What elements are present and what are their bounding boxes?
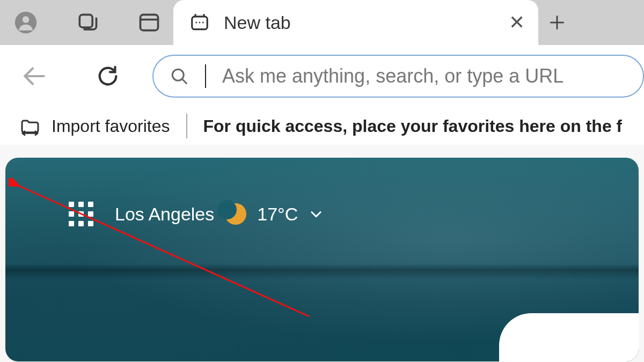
tab-actions-button[interactable] <box>133 0 165 45</box>
tab-active[interactable]: New tab ✕ <box>173 0 538 45</box>
profile-button[interactable] <box>10 0 42 45</box>
svg-rect-3 <box>141 14 158 30</box>
chevron-down-icon <box>309 206 324 221</box>
svg-point-6 <box>195 22 197 24</box>
toolbar <box>0 45 644 107</box>
plus-icon <box>548 13 566 32</box>
workspaces-button[interactable] <box>71 0 104 45</box>
tab-strip: New tab ✕ <box>0 0 644 45</box>
ntp-header: Los Angeles 17°C <box>69 202 324 226</box>
ntp-content: Los Angeles 17°C <box>5 158 639 361</box>
ntp-tab-icon <box>189 12 210 33</box>
svg-rect-2 <box>79 14 92 27</box>
tab-title: New tab <box>224 12 492 33</box>
text-cursor <box>205 64 206 88</box>
address-input[interactable] <box>222 65 627 87</box>
close-tab-button[interactable]: ✕ <box>506 11 528 34</box>
svg-point-7 <box>199 22 201 24</box>
search-icon <box>170 67 189 86</box>
user-icon <box>14 11 38 34</box>
app-launcher-button[interactable] <box>69 202 93 226</box>
weather-city: Los Angeles <box>115 204 214 225</box>
import-favorites-label: Import favorites <box>52 116 170 136</box>
svg-point-1 <box>23 16 29 23</box>
favorites-bar: Import favorites For quick access, place… <box>0 107 644 145</box>
refresh-button[interactable] <box>96 64 120 88</box>
weather-temperature: 17°C <box>257 204 298 225</box>
tab-panel-icon <box>137 11 161 34</box>
ntp-search-fragment <box>499 313 639 361</box>
arrow-left-icon <box>20 63 47 90</box>
svg-point-8 <box>202 22 204 24</box>
svg-line-15 <box>182 79 187 84</box>
weather-widget[interactable]: Los Angeles 17°C <box>115 203 324 225</box>
refresh-icon <box>96 64 120 88</box>
new-tab-button[interactable] <box>538 0 576 45</box>
back-button[interactable] <box>20 63 47 90</box>
workspaces-icon <box>76 11 99 34</box>
address-bar[interactable] <box>152 55 644 98</box>
import-favorites-button[interactable]: Import favorites <box>19 114 187 138</box>
import-favorites-icon <box>19 115 41 137</box>
favorites-hint: For quick access, place your favorites h… <box>187 116 623 136</box>
moon-icon <box>225 203 246 225</box>
